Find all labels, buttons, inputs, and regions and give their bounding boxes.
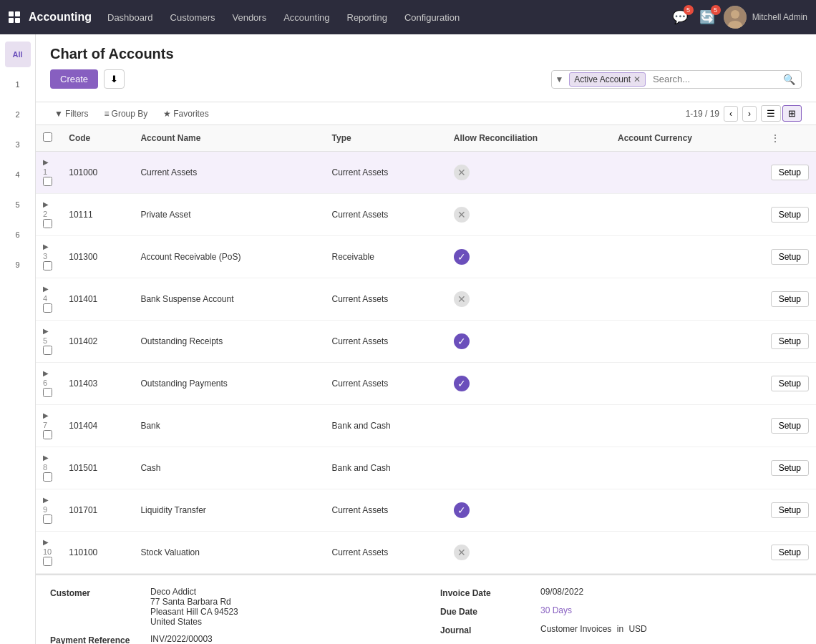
reconcile-off-icon[interactable]: ✕: [454, 207, 470, 223]
grid-view-button[interactable]: ⊞: [782, 105, 802, 122]
user-name[interactable]: Mitchell Admin: [752, 12, 807, 22]
main-wrapper: All 1 2 3 4 5 6 9 Chart of Accounts Crea…: [0, 34, 816, 644]
expand-button[interactable]: ▶: [43, 243, 49, 250]
prev-page-button[interactable]: ‹: [724, 106, 738, 122]
row-reconcile: ✓: [447, 236, 611, 278]
expand-button[interactable]: ▶: [43, 327, 49, 335]
create-button[interactable]: Create: [50, 69, 98, 89]
expand-button[interactable]: ▶: [43, 411, 49, 419]
pagination: 1-19 / 19 ‹ › ☰ ⊞: [686, 105, 802, 122]
reconcile-off-icon[interactable]: ✕: [454, 165, 470, 180]
column-options-button[interactable]: ⋮: [766, 131, 785, 145]
filter-close-icon[interactable]: ✕: [633, 74, 641, 84]
setup-button[interactable]: Setup: [771, 207, 809, 223]
journal-name[interactable]: Customer Invoices: [540, 624, 611, 634]
list-view-button[interactable]: ☰: [761, 105, 781, 122]
setup-button[interactable]: Setup: [771, 376, 809, 391]
sidebar-item-9[interactable]: 9: [5, 252, 31, 278]
row-expand: ▶ 6: [36, 363, 62, 405]
nav-dashboard[interactable]: Dashboard: [100, 8, 160, 27]
user-avatar[interactable]: [724, 6, 747, 29]
expand-button[interactable]: ▶: [43, 285, 49, 293]
expand-button[interactable]: ▶: [43, 454, 49, 462]
nav-vendors[interactable]: Vendors: [225, 8, 273, 27]
setup-button[interactable]: Setup: [771, 418, 809, 434]
nav-accounting[interactable]: Accounting: [276, 8, 336, 27]
row-checkbox[interactable]: [43, 219, 52, 228]
activities-badge[interactable]: 🔄 5: [696, 6, 718, 28]
customer-value: Deco Addict 77 Santa Barbara Rd Pleasant…: [150, 587, 238, 627]
row-reconcile: ✕: [447, 278, 611, 321]
row-checkbox[interactable]: [43, 430, 52, 439]
row-actions: Setup: [759, 321, 816, 363]
select-all-checkbox[interactable]: [43, 132, 52, 142]
row-code: 110100: [62, 532, 133, 574]
sidebar-item-2[interactable]: 2: [5, 102, 31, 127]
expand-button[interactable]: ▶: [43, 369, 49, 377]
reconcile-off-icon[interactable]: ✕: [454, 291, 470, 307]
favorites-button[interactable]: ★ Favorites: [159, 107, 213, 121]
customer-field: Customer Deco Addict 77 Santa Barbara Rd…: [50, 587, 412, 627]
messages-count: 5: [684, 5, 694, 15]
nav-reporting[interactable]: Reporting: [340, 8, 394, 27]
setup-button[interactable]: Setup: [771, 249, 809, 265]
reconcile-off-icon[interactable]: ✕: [454, 545, 470, 560]
download-button[interactable]: ⬇: [104, 69, 125, 89]
table-controls: ▼ Filters ≡ Group By ★ Favorites 1-19 / …: [36, 102, 816, 125]
reconcile-on-icon[interactable]: ✓: [454, 376, 470, 391]
row-checkbox[interactable]: [43, 557, 52, 566]
expand-button[interactable]: ▶: [43, 538, 49, 546]
group-by-button[interactable]: ≡ Group By: [100, 107, 152, 121]
reconcile-on-icon[interactable]: ✓: [454, 502, 470, 518]
setup-button[interactable]: Setup: [771, 333, 809, 349]
row-checkbox[interactable]: [43, 303, 52, 313]
row-type: Current Assets: [325, 152, 447, 194]
expand-button[interactable]: ▶: [43, 200, 49, 208]
next-page-button[interactable]: ›: [742, 106, 757, 122]
row-checkbox[interactable]: [43, 472, 52, 482]
sidebar-item-3[interactable]: 3: [5, 132, 31, 157]
sidebar-item-6[interactable]: 6: [5, 222, 31, 248]
row-checkbox[interactable]: [43, 388, 52, 397]
expand-button[interactable]: ▶: [43, 158, 49, 166]
messages-badge[interactable]: 💬 5: [669, 6, 691, 28]
reconcile-on-icon[interactable]: ✓: [454, 249, 470, 265]
sidebar-item-5[interactable]: 5: [5, 192, 31, 218]
app-logo[interactable]: Accounting: [9, 11, 92, 24]
row-number: 6: [43, 379, 50, 387]
setup-button[interactable]: Setup: [771, 460, 809, 476]
reconcile-on-icon[interactable]: ✓: [454, 333, 470, 349]
setup-button[interactable]: Setup: [771, 291, 809, 307]
setup-button[interactable]: Setup: [771, 165, 809, 180]
nav-customers[interactable]: Customers: [163, 8, 223, 27]
row-name: Bank: [133, 405, 324, 447]
sidebar-item-all[interactable]: All: [5, 42, 31, 67]
nav-configuration[interactable]: Configuration: [397, 8, 467, 27]
invoice-date-value: 09/08/2022: [540, 587, 583, 597]
row-currency: [611, 532, 759, 574]
col-currency-header: Account Currency: [611, 125, 759, 152]
row-checkbox[interactable]: [43, 514, 52, 524]
row-name: Cash: [133, 447, 324, 489]
sidebar-item-4[interactable]: 4: [5, 162, 31, 187]
row-checkbox[interactable]: [43, 177, 52, 186]
main-content: Chart of Accounts Create ⬇ ▼ Active Acco…: [36, 34, 816, 644]
customer-name[interactable]: Deco Addict: [150, 587, 196, 597]
expand-button[interactable]: ▶: [43, 496, 49, 504]
due-date-value[interactable]: 30 Days: [540, 605, 572, 615]
row-checkbox[interactable]: [43, 261, 52, 270]
search-button[interactable]: 🔍: [777, 71, 801, 88]
row-checkbox[interactable]: [43, 346, 52, 355]
search-input[interactable]: [649, 71, 777, 87]
table-row: ▶ 2 10111 Private Asset Current Assets ✕…: [36, 194, 816, 236]
row-name: Private Asset: [133, 194, 324, 236]
row-type: Current Assets: [325, 363, 447, 405]
setup-button[interactable]: Setup: [771, 502, 809, 518]
setup-button[interactable]: Setup: [771, 545, 809, 560]
filter-icon: ▼: [54, 109, 63, 119]
active-account-filter[interactable]: Active Account ✕: [569, 72, 646, 87]
row-expand: ▶ 9: [36, 489, 62, 532]
row-type: Current Assets: [325, 278, 447, 321]
filters-button[interactable]: ▼ Filters: [50, 107, 93, 121]
sidebar-item-1[interactable]: 1: [5, 72, 31, 97]
